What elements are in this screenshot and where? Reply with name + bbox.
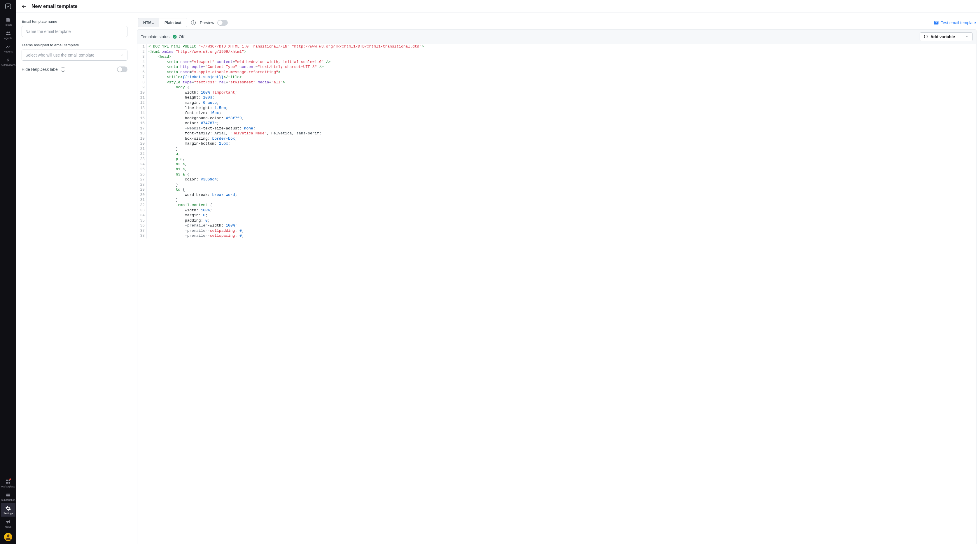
code-content: -premailer-cellspacing: 0;	[147, 233, 244, 238]
svg-point-1	[6, 32, 8, 33]
line-number: 19	[137, 136, 147, 141]
editor-panel: HTML Plain text i Preview Test email tem…	[133, 13, 980, 544]
line-number: 18	[137, 131, 147, 136]
sidebar-item-settings[interactable]: Settings	[1, 503, 16, 517]
sidebar-item-news[interactable]: News	[1, 517, 16, 530]
settings-panel: Email template name Teams assigned to em…	[16, 13, 133, 544]
user-avatar[interactable]	[4, 533, 12, 541]
code-content: <!DOCTYPE html PUBLIC "-//W3C//DTD XHTML…	[147, 44, 424, 49]
code-line: 34 margin: 0;	[137, 213, 976, 218]
subscription-icon	[5, 492, 11, 498]
code-line: 8 <style type="text/css" rel="stylesheet…	[137, 80, 976, 85]
info-icon[interactable]: i	[60, 67, 65, 72]
code-line: 28 }	[137, 182, 976, 187]
template-name-label: Email template name	[22, 19, 127, 24]
code-content: padding: 0;	[147, 218, 210, 223]
code-line: 32 .email-content {	[137, 203, 976, 208]
info-icon[interactable]: i	[191, 21, 196, 25]
svg-rect-8	[6, 495, 10, 495]
code-line: 36 -premailer-width: 100%;	[137, 223, 976, 228]
test-email-link[interactable]: Test email template	[934, 20, 976, 25]
line-number: 6	[137, 70, 147, 75]
line-number: 28	[137, 182, 147, 187]
code-line: 16 color: #74787e;	[137, 121, 976, 126]
code-content: color: #74787e;	[147, 121, 219, 126]
hide-label: Hide HelpDesk label	[22, 67, 59, 72]
code-line: 13 line-height: 1.5em;	[137, 106, 976, 111]
code-line: 10 width: 100% !important;	[137, 90, 976, 95]
tab-plain-text[interactable]: Plain text	[159, 18, 187, 27]
sidebar-item-tickets[interactable]: Tickets	[0, 14, 16, 28]
sidebar-item-marketplace[interactable]: Marketplace	[1, 476, 16, 490]
topbar: New email template	[16, 0, 980, 13]
line-number: 34	[137, 213, 147, 218]
line-number: 9	[137, 85, 147, 90]
line-number: 4	[137, 59, 147, 65]
code-line: 35 padding: 0;	[137, 218, 976, 223]
code-content: p a,	[147, 157, 185, 162]
code-content: .email-content {	[147, 203, 212, 208]
code-editor[interactable]: 1<!DOCTYPE html PUBLIC "-//W3C//DTD XHTM…	[137, 44, 977, 544]
code-line: 14 font-size: 16px;	[137, 111, 976, 116]
hide-label-toggle[interactable]	[117, 67, 127, 72]
line-number: 14	[137, 111, 147, 116]
code-line: 38 -premailer-cellspacing: 0;	[137, 233, 976, 238]
line-number: 3	[137, 54, 147, 59]
sidebar-item-label: Subscription	[1, 498, 16, 501]
code-content: color: #3869d4;	[147, 177, 219, 182]
line-number: 33	[137, 208, 147, 213]
line-number: 36	[137, 223, 147, 228]
sidebar-bottom-group: MarketplaceSubscriptionSettingsNews	[0, 476, 16, 544]
status-value: OK	[179, 34, 185, 39]
sidebar-item-agents[interactable]: Agents	[0, 28, 16, 41]
code-line: 1<!DOCTYPE html PUBLIC "-//W3C//DTD XHTM…	[137, 44, 976, 49]
agents-icon	[5, 30, 11, 36]
code-content: <meta http-equiv="Content-Type" content=…	[147, 64, 324, 70]
sidebar-item-automations[interactable]: Automations	[0, 55, 16, 68]
code-content: background-color: #f3f7f9;	[147, 116, 244, 121]
line-number: 23	[137, 157, 147, 162]
code-line: 7 <title>{{ticket.subject}}</title>	[137, 75, 976, 80]
code-content: width: 100%;	[147, 208, 212, 213]
svg-rect-3	[6, 480, 8, 481]
code-line: 33 width: 100%;	[137, 208, 976, 213]
chevron-down-icon	[966, 35, 969, 38]
template-name-input[interactable]	[22, 26, 127, 37]
line-number: 37	[137, 228, 147, 233]
preview-label: Preview	[200, 21, 215, 25]
code-content: margin: 0 auto;	[147, 100, 219, 106]
badge-dot	[9, 478, 11, 481]
chevron-down-icon	[120, 53, 124, 57]
code-line: 2<html xmlns="http://www.w3.org/1999/xht…	[137, 49, 976, 54]
code-content: font-family: Arial, "Helvetica Neue", He…	[147, 131, 321, 136]
back-button[interactable]	[21, 3, 27, 10]
line-number: 26	[137, 172, 147, 177]
code-content: }	[147, 197, 178, 203]
code-content: line-height: 1.5em;	[147, 106, 228, 111]
page-title: New email template	[32, 3, 78, 10]
code-line: 21 }	[137, 146, 976, 152]
ticket-icon	[5, 17, 11, 23]
teams-select[interactable]: Select who will use the email template	[22, 49, 127, 61]
sidebar-item-subscription[interactable]: Subscription	[1, 490, 16, 503]
line-number: 22	[137, 151, 147, 157]
line-number: 25	[137, 167, 147, 172]
tab-html[interactable]: HTML	[138, 18, 159, 27]
line-number: 27	[137, 177, 147, 182]
sidebar-item-label: Settings	[3, 512, 13, 515]
status-label: Template status:	[141, 34, 171, 39]
code-line: 17 -webkit-text-size-adjust: none;	[137, 126, 976, 131]
add-variable-button[interactable]: Add variable	[920, 32, 973, 41]
line-number: 30	[137, 192, 147, 198]
svg-rect-5	[6, 482, 8, 484]
code-content: h3 a {	[147, 172, 189, 177]
code-line: 26 h3 a {	[137, 172, 976, 177]
reports-icon	[5, 44, 11, 49]
code-line: 27 color: #3869d4;	[137, 177, 976, 182]
code-content: -premailer-width: 100%;	[147, 223, 237, 228]
news-icon	[5, 519, 11, 525]
line-number: 10	[137, 90, 147, 95]
code-content: h2 a,	[147, 162, 187, 167]
preview-toggle[interactable]	[217, 20, 228, 25]
sidebar-item-reports[interactable]: Reports	[0, 41, 16, 55]
